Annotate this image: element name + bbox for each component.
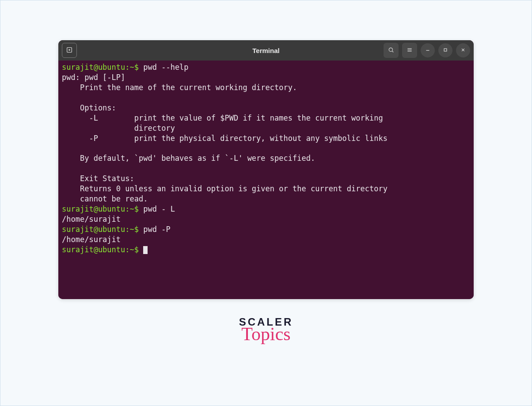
minimize-button[interactable] (421, 43, 435, 57)
terminal-line (62, 144, 470, 154)
terminal-line: surajit@ubuntu:~$ pwd --help (62, 62, 470, 72)
search-button[interactable] (384, 43, 399, 58)
close-button[interactable] (456, 43, 470, 57)
terminal-line: Exit Status: (62, 174, 470, 184)
shell-prompt: surajit@ubuntu:~$ (62, 245, 139, 254)
scaler-topics-logo: SCALER Topics (239, 317, 293, 343)
window-title: Terminal (252, 47, 279, 54)
terminal-line: cannot be read. (62, 194, 470, 204)
shell-prompt: surajit@ubuntu:~$ (62, 63, 139, 72)
maximize-icon (442, 47, 448, 54)
terminal-line: /home/surajit (62, 214, 470, 224)
shell-command: pwd - L (139, 205, 175, 213)
terminal-line: -L print the value of $PWD if it names t… (62, 113, 470, 123)
cursor (143, 246, 148, 254)
logo-line-2: Topics (239, 325, 293, 343)
svg-point-3 (389, 48, 392, 51)
new-tab-button[interactable] (62, 43, 77, 58)
minimize-icon (425, 47, 431, 54)
terminal-line: surajit@ubuntu:~$ pwd - L (62, 204, 470, 214)
terminal-line: By default, `pwd' behaves as if `-L' wer… (62, 153, 470, 163)
terminal-line: directory (62, 123, 470, 133)
terminal-line: /home/surajit (62, 235, 470, 245)
menu-button[interactable] (402, 43, 417, 58)
titlebar: Terminal (58, 40, 474, 61)
svg-line-4 (392, 51, 394, 52)
svg-rect-9 (444, 49, 447, 51)
terminal-window: Terminal (58, 40, 474, 299)
terminal-line: Options: (62, 103, 470, 113)
terminal-line: pwd: pwd [-LP] (62, 72, 470, 83)
search-icon (388, 47, 394, 54)
new-tab-icon (66, 46, 73, 55)
terminal-line: -P print the physical directory, without… (62, 133, 470, 144)
close-icon (460, 47, 466, 54)
terminal-line: Print the name of the current working di… (62, 83, 470, 93)
shell-prompt: surajit@ubuntu:~$ (62, 225, 139, 234)
terminal-line (62, 93, 470, 103)
terminal-line: surajit@ubuntu:~$ pwd -P (62, 224, 470, 235)
shell-command: pwd --help (139, 63, 189, 72)
shell-command: pwd -P (139, 225, 171, 234)
maximize-button[interactable] (438, 43, 452, 57)
hamburger-icon (407, 47, 413, 54)
terminal-line: Returns 0 unless an invalid option is gi… (62, 184, 470, 194)
shell-prompt: surajit@ubuntu:~$ (62, 205, 139, 213)
terminal-output[interactable]: surajit@ubuntu:~$ pwd --helppwd: pwd [-L… (58, 61, 474, 299)
terminal-line (62, 163, 470, 174)
terminal-line: surajit@ubuntu:~$ (62, 245, 470, 255)
